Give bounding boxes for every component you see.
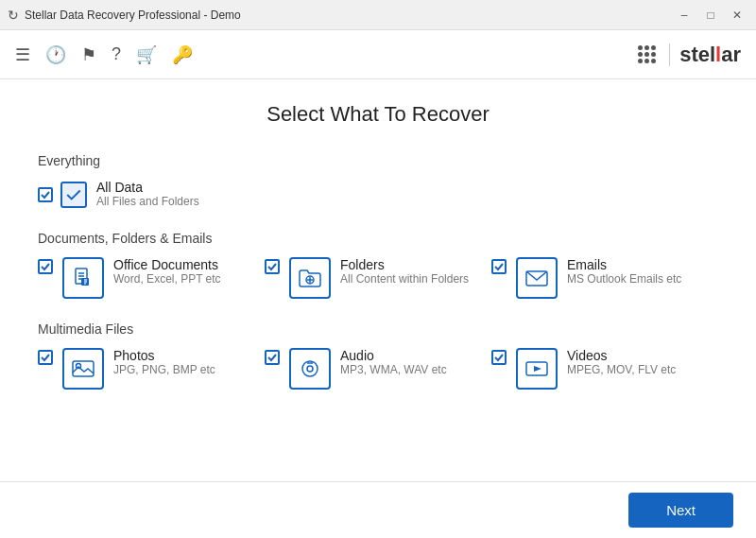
check-icon-inner [65, 186, 82, 203]
bottom-bar: Next [0, 481, 756, 538]
audio-icon [298, 358, 322, 379]
section-multimedia: Multimedia Files [38, 321, 718, 390]
video-icon [524, 358, 549, 379]
folders-icon-box [289, 257, 331, 299]
videos-info: Videos MPEG, MOV, FLV etc [567, 348, 676, 376]
photos-checkbox[interactable] [38, 350, 53, 365]
check-icon [494, 353, 504, 362]
menu-icon[interactable]: ☰ [15, 44, 30, 65]
audio-icon-box [289, 348, 331, 390]
folders-info: Folders All Content within Folders [340, 257, 469, 286]
check-icon [267, 262, 277, 271]
emails-icon-box [516, 257, 558, 299]
email-icon [524, 268, 549, 288]
videos-desc: MPEG, MOV, FLV etc [567, 363, 676, 376]
section-documents: Documents, Folders & Emails [38, 231, 718, 299]
emails-checkbox-wrapper [491, 259, 507, 274]
all-data-name: All Data [96, 180, 199, 195]
office-docs-desc: Word, Excel, PPT etc [113, 272, 221, 286]
all-data-checkbox-outer[interactable] [38, 187, 53, 202]
window-title: Stellar Data Recovery Professional - Dem… [25, 9, 241, 22]
folders-checkbox[interactable] [265, 259, 280, 274]
section-everything: Everything All Data All Files and Folder… [38, 153, 718, 208]
next-button[interactable]: Next [628, 493, 733, 528]
emails-info: Emails MS Outlook Emails etc [567, 257, 681, 286]
cart-icon[interactable]: 🛒 [136, 44, 157, 65]
section-label-everything: Everything [38, 153, 718, 168]
title-bar-controls: – □ ✕ [673, 6, 748, 25]
office-docs-icon-box [62, 257, 104, 299]
section-label-multimedia: Multimedia Files [38, 321, 718, 337]
maximize-button[interactable]: □ [699, 6, 722, 25]
all-data-checkbox-wrapper [38, 182, 87, 208]
folders-checkbox-wrapper [265, 259, 280, 274]
list-item: Audio MP3, WMA, WAV etc [265, 348, 491, 390]
videos-icon-box [516, 348, 558, 390]
toolbar-separator [669, 43, 670, 66]
list-item: Folders All Content within Folders [265, 257, 491, 299]
audio-info: Audio MP3, WMA, WAV etc [340, 348, 447, 376]
grid-icon [638, 45, 656, 63]
audio-name: Audio [340, 348, 447, 363]
check-icon [267, 353, 277, 362]
help-icon[interactable]: ? [112, 44, 121, 64]
minimize-button[interactable]: – [673, 6, 696, 25]
page-title: Select What To Recover [38, 102, 718, 127]
all-data-checkbox-inner[interactable] [60, 182, 87, 208]
all-data-info: All Data All Files and Folders [96, 180, 199, 208]
photos-info: Photos JPG, PNG, BMP etc [113, 348, 215, 376]
videos-checkbox[interactable] [491, 350, 507, 365]
svg-marker-18 [534, 366, 541, 372]
check-icon-outer [41, 190, 50, 200]
title-bar-left: ↻ Stellar Data Recovery Professional - D… [8, 8, 241, 23]
audio-desc: MP3, WMA, WAV etc [340, 363, 447, 376]
tools-icon[interactable]: ⚑ [81, 44, 96, 65]
office-docs-info: Office Documents Word, Excel, PPT etc [113, 257, 221, 286]
list-item: Office Documents Word, Excel, PPT etc [38, 257, 265, 299]
list-item: Emails MS Outlook Emails etc [491, 257, 718, 299]
photos-icon-box [62, 348, 104, 390]
multimedia-grid: Photos JPG, PNG, BMP etc [38, 348, 718, 390]
photo-icon [71, 358, 95, 379]
check-icon [41, 262, 50, 271]
toolbar-left: ☰ 🕐 ⚑ ? 🛒 🔑 [15, 44, 193, 65]
document-icon [72, 267, 94, 289]
check-icon [494, 262, 504, 271]
history-icon[interactable]: 🕐 [45, 44, 66, 65]
title-bar: ↻ Stellar Data Recovery Professional - D… [0, 0, 756, 30]
app-icon: ↻ [8, 8, 19, 23]
all-data-desc: All Files and Folders [96, 195, 199, 208]
stellar-logo: stellar [679, 43, 741, 67]
svg-point-15 [307, 366, 313, 372]
office-docs-name: Office Documents [113, 257, 221, 272]
audio-checkbox-wrapper [265, 350, 280, 365]
section-label-documents: Documents, Folders & Emails [38, 231, 718, 246]
videos-checkbox-wrapper [491, 350, 507, 365]
office-docs-checkbox-wrapper [38, 259, 53, 274]
folders-desc: All Content within Folders [340, 272, 469, 286]
list-item: Photos JPG, PNG, BMP etc [38, 348, 265, 390]
office-docs-checkbox[interactable] [38, 259, 53, 274]
photos-checkbox-wrapper [38, 350, 53, 365]
folders-name: Folders [340, 257, 469, 272]
toolbar: ☰ 🕐 ⚑ ? 🛒 🔑 stellar [0, 30, 756, 79]
emails-checkbox[interactable] [491, 259, 507, 274]
documents-grid: Office Documents Word, Excel, PPT etc [38, 257, 718, 299]
list-item: Videos MPEG, MOV, FLV etc [491, 348, 718, 390]
all-data-row: All Data All Files and Folders [38, 180, 718, 208]
emails-desc: MS Outlook Emails etc [567, 272, 681, 286]
close-button[interactable]: ✕ [726, 6, 748, 25]
emails-name: Emails [567, 257, 681, 272]
check-icon [41, 353, 50, 362]
key-icon[interactable]: 🔑 [172, 44, 193, 65]
photos-desc: JPG, PNG, BMP etc [113, 363, 215, 376]
folder-icon [298, 268, 322, 288]
videos-name: Videos [567, 348, 676, 363]
photos-name: Photos [113, 348, 215, 363]
main-content: Select What To Recover Everything All Da… [0, 79, 756, 538]
audio-checkbox[interactable] [265, 350, 280, 365]
toolbar-right: stellar [638, 43, 741, 67]
